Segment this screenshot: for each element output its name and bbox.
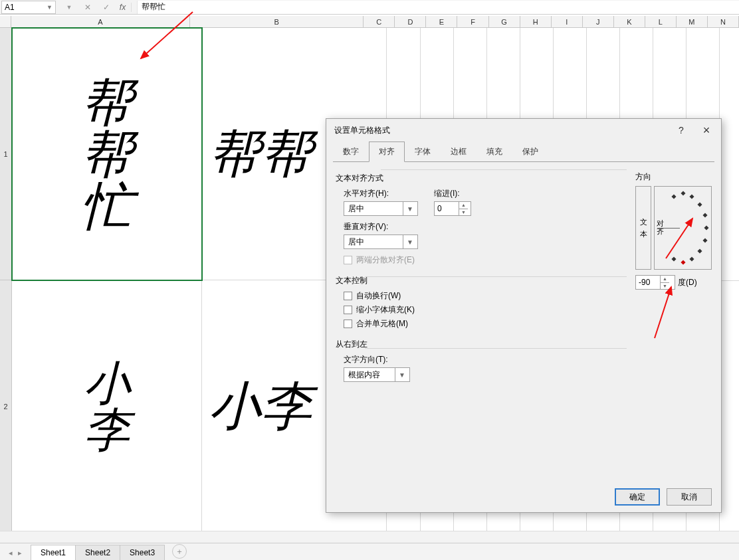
column-header[interactable]: F (457, 16, 488, 28)
format-cells-dialog: 设置单元格格式 ? × 数字 对齐 字体 边框 填充 保护 文本对齐方式 水平对… (326, 118, 722, 513)
row-header[interactable]: 1 (0, 28, 12, 280)
justify-checkbox (344, 256, 352, 264)
chevron-down-icon: ▼ (403, 235, 413, 248)
orientation-vertical-option[interactable]: 文本 (635, 186, 651, 270)
cell-content: 帮帮 (209, 119, 312, 189)
formula-bar: A1 ▼ ▼ ✕ ✓ fx 帮帮忙 (0, 0, 739, 15)
name-box[interactable]: A1 ▼ (1, 1, 56, 14)
justify-label: 两端分散对齐(E) (356, 254, 415, 266)
tab-border[interactable]: 边框 (441, 141, 476, 161)
orientation-label: 方向 (635, 171, 712, 183)
cell-content: 帮帮忙 (81, 76, 133, 232)
check-icon[interactable]: ✓ (100, 3, 113, 12)
sheet-tab[interactable]: Sheet2 (75, 545, 120, 560)
cell-A2[interactable]: 小李 (12, 280, 202, 533)
column-header[interactable]: N (708, 16, 739, 28)
degree-unit-label: 度(D) (678, 277, 697, 288)
sheet-tab[interactable]: Sheet1 (31, 545, 76, 560)
tab-fill[interactable]: 填充 (476, 141, 512, 161)
dialog-title: 设置单元格格式 (334, 125, 390, 136)
sheet-tab[interactable]: Sheet3 (120, 545, 165, 560)
chevron-down-icon: ▼ (395, 368, 405, 381)
column-header[interactable]: E (426, 16, 457, 28)
formula-input-value: 帮帮忙 (142, 1, 165, 13)
help-icon[interactable]: ? (675, 125, 688, 136)
chevron-down-icon[interactable]: ▼ (62, 4, 76, 11)
row-headers: 1 2 (0, 28, 12, 533)
section-alignment: 文本对齐方式 (336, 173, 628, 184)
formula-input[interactable]: 帮帮忙 (137, 1, 739, 14)
name-box-value: A1 (5, 3, 15, 12)
indent-label: 缩进(I): (434, 188, 471, 199)
tab-alignment[interactable]: 对齐 (369, 141, 405, 162)
v-align-select[interactable]: 居中▼ (344, 234, 418, 249)
indent-stepper[interactable]: ▲▼ (434, 201, 471, 216)
chevron-down-icon[interactable]: ▼ (459, 209, 468, 216)
shrink-checkbox[interactable] (344, 306, 352, 314)
ok-button[interactable]: 确定 (615, 488, 660, 506)
tab-font[interactable]: 字体 (405, 141, 441, 161)
h-align-select[interactable]: 居中▼ (344, 201, 418, 216)
tab-number[interactable]: 数字 (333, 141, 369, 161)
h-align-label: 水平对齐(H): (344, 188, 418, 199)
degree-stepper[interactable]: ▲▼ (635, 275, 675, 290)
column-header[interactable]: K (614, 16, 645, 28)
column-header[interactable]: A (11, 16, 190, 28)
close-icon[interactable]: × (700, 124, 713, 138)
column-header[interactable]: M (677, 16, 708, 28)
column-header[interactable]: L (645, 16, 677, 28)
merge-checkbox[interactable] (344, 320, 352, 328)
column-header[interactable]: J (583, 16, 614, 28)
sheet-tabs: ◂▸ Sheet1 Sheet2 Sheet3 ＋ (0, 543, 739, 560)
indent-value-input[interactable] (435, 204, 459, 213)
wrap-checkbox[interactable] (344, 292, 352, 300)
cell-content: 小李 (84, 360, 130, 453)
column-header[interactable]: G (489, 16, 520, 28)
textdir-label: 文字方向(T): (344, 354, 628, 365)
chevron-down-icon[interactable]: ▼ (47, 4, 53, 11)
chevron-up-icon[interactable]: ▲ (459, 202, 468, 209)
shrink-label: 缩小字体填充(K) (356, 304, 415, 316)
dialog-tabs: 数字 对齐 字体 边框 填充 保护 (326, 141, 721, 161)
chevron-down-icon[interactable]: ▼ (661, 283, 669, 290)
dialog-title-bar[interactable]: 设置单元格格式 ? × (326, 119, 721, 141)
column-header[interactable]: B (190, 16, 364, 28)
chevron-down-icon: ▼ (403, 202, 413, 215)
row-header[interactable]: 2 (0, 280, 12, 533)
cell-content: 小李 (209, 371, 312, 441)
cell-A1[interactable]: 帮帮忙 (12, 28, 202, 280)
horizontal-scrollbar[interactable] (0, 531, 739, 543)
v-align-label: 垂直对齐(V): (344, 221, 628, 233)
tab-nav-arrows[interactable]: ◂▸ (0, 549, 31, 560)
tab-protection[interactable]: 保护 (512, 141, 548, 161)
column-header[interactable]: C (364, 16, 395, 28)
column-headers: A B C D E F G H I J K L M N (0, 16, 739, 28)
cancel-icon[interactable]: ✕ (81, 3, 94, 12)
select-all-corner[interactable] (0, 16, 11, 28)
column-header[interactable]: D (395, 16, 426, 28)
fx-icon[interactable]: fx (118, 3, 132, 12)
wrap-label: 自动换行(W) (356, 290, 401, 302)
degree-value-input[interactable] (636, 278, 660, 287)
column-header[interactable]: I (552, 16, 583, 28)
cancel-button[interactable]: 取消 (667, 488, 712, 506)
chevron-up-icon[interactable]: ▲ (661, 276, 669, 283)
orientation-dial[interactable]: 对齐 (654, 186, 712, 270)
merge-label: 合并单元格(M) (356, 318, 408, 329)
add-sheet-button[interactable]: ＋ (172, 544, 187, 559)
textdir-select[interactable]: 根据内容▼ (344, 367, 410, 382)
column-header[interactable]: H (520, 16, 552, 28)
